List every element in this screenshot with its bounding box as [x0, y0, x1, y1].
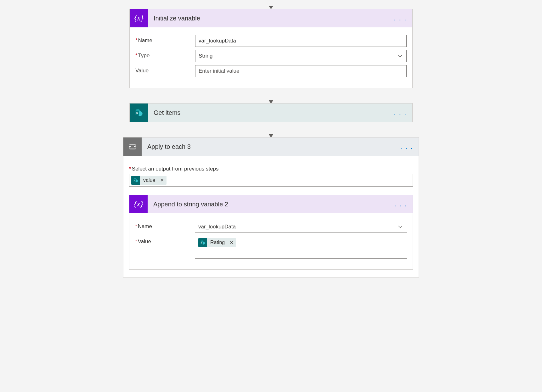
step-menu-button[interactable]: . . .	[394, 143, 419, 151]
field-label-type: *Type	[135, 50, 195, 59]
step-title: Append to string variable 2	[148, 201, 388, 208]
step-get-items[interactable]: S Get items . . .	[129, 103, 413, 122]
type-select[interactable]: String	[195, 50, 407, 62]
variable-icon: {x}	[129, 195, 148, 213]
step-header[interactable]: {x} Append to string variable 2 . . .	[129, 195, 413, 213]
step-header[interactable]: {x} Initialize variable . . .	[130, 9, 412, 27]
token-value[interactable]: S value ✕	[131, 176, 167, 185]
sharepoint-icon: S	[130, 104, 148, 122]
field-label-name: *Name	[135, 221, 195, 230]
svg-text:{x}: {x}	[134, 200, 143, 208]
sharepoint-icon: S	[198, 238, 207, 247]
variable-icon: {x}	[130, 9, 148, 27]
step-title: Initialize variable	[148, 15, 388, 22]
step-apply-to-each[interactable]: Apply to each 3 . . . *Select an output …	[123, 137, 419, 277]
svg-text:{x}: {x}	[134, 14, 144, 22]
token-remove-icon[interactable]: ✕	[158, 178, 167, 183]
select-output-input[interactable]: S value ✕	[129, 174, 413, 187]
svg-text:S: S	[136, 111, 138, 115]
name-input[interactable]: var_lookupData	[195, 35, 407, 47]
token-rating[interactable]: S Rating ✕	[198, 238, 236, 247]
step-menu-button[interactable]: . . .	[388, 200, 413, 208]
step-title: Get items	[148, 109, 388, 116]
svg-text:S: S	[201, 242, 202, 244]
sharepoint-icon: S	[131, 176, 140, 185]
field-label-select-output: *Select an output from previous steps	[129, 166, 413, 172]
chevron-down-icon	[398, 53, 403, 59]
field-label-value: *Value	[135, 236, 195, 245]
value-input[interactable]: S Rating ✕	[195, 236, 407, 259]
step-menu-button[interactable]: . . .	[388, 14, 412, 22]
token-remove-icon[interactable]: ✕	[227, 240, 236, 245]
name-select[interactable]: var_lookupData	[195, 221, 407, 233]
value-input[interactable]: Enter initial value	[195, 65, 407, 77]
field-label-name: *Name	[135, 35, 195, 44]
step-initialize-variable[interactable]: {x} Initialize variable . . . *Name var_…	[129, 9, 413, 88]
step-menu-button[interactable]: . . .	[388, 109, 412, 117]
step-header[interactable]: Apply to each 3 . . .	[123, 137, 419, 156]
field-label-value: Value	[135, 65, 195, 74]
chevron-down-icon	[398, 224, 403, 229]
step-header[interactable]: S Get items . . .	[130, 104, 412, 122]
step-title: Apply to each 3	[142, 143, 394, 150]
step-append-to-string[interactable]: {x} Append to string variable 2 . . . *N…	[129, 195, 413, 270]
loop-icon	[123, 137, 142, 156]
svg-text:S: S	[134, 180, 135, 182]
